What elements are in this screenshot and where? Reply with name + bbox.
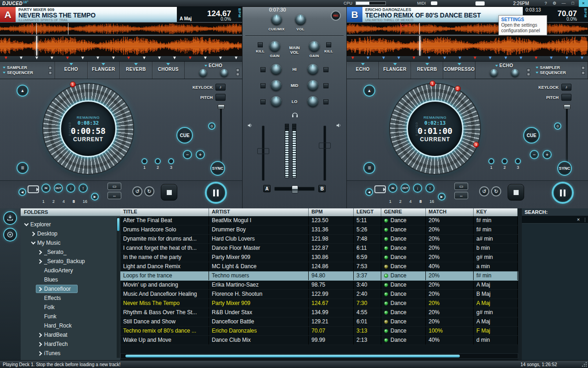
- headphone-icon[interactable]: [291, 111, 299, 120]
- crossfader-handle[interactable]: [292, 185, 298, 193]
- scrollbar-thumb[interactable]: [125, 355, 460, 357]
- folder-item[interactable]: My Music: [21, 238, 120, 247]
- scrollbar-thumb[interactable]: [117, 218, 119, 231]
- gain-knob-a[interactable]: [269, 41, 280, 52]
- deck-b-cue-button[interactable]: CUE: [523, 127, 540, 144]
- loop-length-8[interactable]: 8: [419, 199, 422, 204]
- fx-slot-reverb[interactable]: REVERB: [411, 62, 443, 79]
- load-track-button[interactable]: ▲: [363, 85, 375, 97]
- sequencer-line[interactable]: SEQUENCER: [0, 70, 55, 75]
- volume-fader-a[interactable]: [262, 126, 265, 181]
- fx-panel-header[interactable]: ECHO: [204, 63, 222, 68]
- deck-b-sampler-sequencer[interactable]: SAMPLER SEQUENCER: [533, 62, 588, 79]
- kill-gain-b-button[interactable]: [326, 42, 331, 47]
- chevron-right-icon[interactable]: [37, 259, 43, 264]
- eq-lo-knob-a[interactable]: [271, 96, 282, 107]
- pitch-range-button[interactable]: [215, 94, 226, 101]
- reverse-button[interactable]: ↺: [479, 186, 489, 196]
- loop-shift-button[interactable]: ↔: [454, 192, 468, 199]
- reverse-button[interactable]: ↺: [132, 186, 142, 196]
- search-input[interactable]: [522, 216, 579, 224]
- headphone-volume-knob[interactable]: [295, 14, 306, 25]
- minimize-button[interactable]: —: [560, 0, 567, 7]
- pitch-fader-handle[interactable]: [218, 104, 225, 109]
- eq-hi-knob-b[interactable]: [307, 64, 318, 75]
- fx-dry-wet-knob[interactable]: [199, 69, 207, 77]
- pitch-bend-minus-button[interactable]: −: [530, 150, 539, 159]
- chevron-down-icon[interactable]: [361, 63, 365, 65]
- deck-b-play-pause-button[interactable]: [552, 182, 574, 204]
- deck-a-main-waveform[interactable]: [0, 36, 242, 56]
- deck-a-cue-button[interactable]: CUE: [176, 127, 193, 144]
- folder-item[interactable]: _Serato_: [21, 247, 120, 257]
- chevron-down-icon[interactable]: [425, 63, 429, 65]
- loop-shift-button[interactable]: ↔: [107, 192, 121, 199]
- loop-half-button[interactable]: ↓: [413, 184, 422, 193]
- deck-a-pitch-fader[interactable]: [220, 105, 222, 164]
- fx-panel-header[interactable]: ECHO: [495, 63, 513, 68]
- column-header-genre[interactable]: GENRE: [381, 208, 426, 216]
- chevron-down-icon[interactable]: [69, 63, 73, 65]
- pitch-fader-handle[interactable]: [564, 104, 571, 109]
- keylock-button[interactable]: ♪: [561, 84, 571, 91]
- kill-lo-b-button[interactable]: [323, 99, 328, 104]
- loop-double-button[interactable]: ↕: [425, 184, 435, 193]
- table-row[interactable]: Music And Dancefloor HealingFlorence H. …: [120, 290, 518, 299]
- loop-move-right-button[interactable]: ▶: [91, 193, 99, 201]
- loop-length-16[interactable]: 16: [430, 199, 434, 204]
- column-header-lengt[interactable]: LENGT: [354, 208, 381, 216]
- fx-slot-flanger[interactable]: FLANGER: [88, 62, 120, 79]
- fx-slot-echo[interactable]: ECHO: [347, 62, 379, 79]
- crossfader[interactable]: [274, 187, 315, 191]
- pitch-reset-button[interactable]: 0: [208, 122, 215, 130]
- loop-move-right-button[interactable]: ▶: [438, 193, 446, 201]
- column-header-title[interactable]: TITLE: [120, 208, 209, 216]
- folder-item[interactable]: _Serato_Backup: [21, 257, 120, 266]
- fx-amount-knob[interactable]: [511, 69, 519, 77]
- help-button[interactable]: ?: [542, 0, 549, 7]
- deck-a-play-pause-button[interactable]: [205, 182, 227, 204]
- loop-length-2[interactable]: 2: [52, 199, 55, 204]
- burn-disc-button[interactable]: [3, 228, 17, 242]
- chevron-down-icon[interactable]: [393, 63, 397, 65]
- folder-item[interactable]: Effects: [21, 293, 120, 303]
- folder-item[interactable]: Hard_Rock: [21, 321, 120, 330]
- table-row[interactable]: I cannot forget the heat of th...Dance F…: [120, 244, 518, 253]
- kill-mid-b-button[interactable]: [323, 83, 328, 88]
- folder-item[interactable]: Explorer: [21, 220, 120, 229]
- loop-out-button[interactable]: OUT: [401, 184, 410, 193]
- folders-scrollbar[interactable]: [117, 217, 120, 358]
- kill-gain-a-button[interactable]: [258, 42, 263, 47]
- cue-point-2[interactable]: 2: [455, 86, 461, 92]
- table-vertical-scrollbar[interactable]: [518, 208, 522, 360]
- eq-mid-knob-a[interactable]: [271, 80, 282, 91]
- column-header-bpm[interactable]: BPM: [309, 208, 354, 216]
- slip-mode-button[interactable]: ▭: [107, 183, 121, 190]
- folder-item[interactable]: Desktop: [21, 229, 120, 238]
- resize-grip-icon[interactable]: [582, 362, 587, 367]
- loop-length-4[interactable]: 4: [62, 199, 65, 204]
- column-header-artist[interactable]: ARTIST: [209, 208, 309, 216]
- loop-half-button[interactable]: ↓: [66, 184, 75, 193]
- chevron-right-icon[interactable]: [37, 249, 43, 255]
- folder-item[interactable]: HardBeat: [21, 330, 120, 339]
- fader-handle[interactable]: [257, 148, 269, 154]
- chevron-down-icon[interactable]: [134, 63, 138, 65]
- loop-length-4[interactable]: 4: [409, 199, 412, 204]
- hotcue-2-button[interactable]: [502, 158, 508, 164]
- eq-mid-knob-b[interactable]: [307, 80, 318, 91]
- table-row[interactable]: Still Dance and ShowDancefloor Battle129…: [120, 317, 518, 327]
- slip-mode-button[interactable]: ▭: [454, 183, 468, 190]
- loop-length-16[interactable]: 16: [83, 199, 87, 204]
- chevron-right-icon[interactable]: [37, 351, 43, 356]
- pitch-bend-minus-button[interactable]: −: [183, 150, 192, 159]
- forward-spin-button[interactable]: ↻: [491, 186, 501, 196]
- hotcue-1-button[interactable]: [488, 158, 494, 164]
- chevron-down-icon[interactable]: [458, 63, 461, 65]
- load-track-button[interactable]: ▲: [17, 85, 28, 97]
- volume-fader-b[interactable]: [323, 126, 326, 181]
- folder-item[interactable]: Folk: [21, 303, 120, 312]
- table-row[interactable]: Never Miss The TempoParty Mixer 909124.6…: [120, 299, 518, 308]
- chevron-right-icon[interactable]: [37, 332, 43, 338]
- import-track-button[interactable]: [3, 211, 17, 225]
